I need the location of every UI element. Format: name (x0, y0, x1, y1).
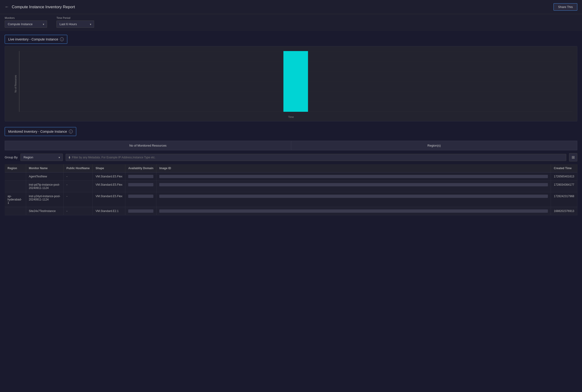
th-created: Created Time (551, 164, 577, 172)
time-period-select[interactable]: Last 6 Hours (56, 20, 94, 28)
monitors-select-wrapper: Compute Instance ▼ (5, 20, 47, 28)
td-hostname: - (63, 192, 93, 207)
chart-x-label: Time (288, 116, 294, 118)
table-section: No of Monitored Resources Region(s) Grou… (5, 141, 577, 215)
td-shape: VM.Standard.E2.1 (93, 207, 125, 215)
td-region: ap-hyderabad-1 (5, 192, 26, 207)
table-row: Site24x7TestInstance-VM.Standard.E2.1168… (5, 207, 577, 215)
table-row: AgentTestNew-VM.Standard.E5.Flex17265654… (5, 172, 577, 181)
th-monitor: Monitor Name (26, 164, 63, 172)
group-by-select-wrapper: Region ▼ (20, 154, 63, 161)
group-by-label: Group By (5, 156, 18, 159)
monitored-inventory-title-text: Monitored Inventory - Compute Instance (8, 130, 67, 134)
td-imageid (156, 207, 551, 215)
td-region (5, 207, 26, 215)
table-header: Region Monitor Name Public HostName Shap… (5, 164, 577, 172)
filter-icon: ⧫ (69, 156, 70, 159)
td-shape: VM.Standard.E5.Flex (93, 181, 125, 192)
td-hostname: - (63, 207, 93, 215)
th-imageid: Image ID (156, 164, 551, 172)
td-monitor: Site24x7TestInstance (26, 207, 63, 215)
filter-wrapper: ⧫ (66, 154, 566, 161)
td-created: 1688202376913 (551, 207, 577, 215)
live-inventory-info-icon[interactable]: i (60, 38, 64, 41)
th-region: Region (5, 164, 26, 172)
svg-rect-15 (283, 51, 308, 112)
td-monitor: inst-y24yd-instance-pool-20240911-1124 (26, 192, 63, 207)
chart-y-label: No of Resources (14, 75, 17, 92)
td-shape: VM.Standard.E5.Flex (93, 192, 125, 207)
table-body: AgentTestNew-VM.Standard.E5.Flex17265654… (5, 172, 577, 215)
monitors-select[interactable]: Compute Instance (5, 20, 47, 28)
monitored-inventory-info-icon[interactable]: i (69, 130, 73, 134)
td-region (5, 172, 26, 181)
td-hostname: - (63, 172, 93, 181)
live-inventory-section-title: Live inventory - Compute Instance i (5, 35, 67, 44)
td-created: 1728242317968 (551, 192, 577, 207)
td-imageid (156, 172, 551, 181)
td-imageid (156, 181, 551, 192)
td-region (5, 181, 26, 192)
time-period-select-wrapper: Last 6 Hours ▼ (56, 20, 94, 28)
chart-inner: 0 1 2 3 4 5 6 6 09-Oct-24 03:06 PM (19, 51, 572, 112)
monitored-inventory-section-title: Monitored Inventory - Compute Instance i (5, 127, 76, 136)
live-inventory-chart: No of Resources Time 0 1 2 3 4 5 (5, 46, 577, 122)
page-header: ← Compute Instance Inventory Report Shar… (0, 0, 582, 14)
th-hostname: Public HostName (63, 164, 93, 172)
grid-toggle-button[interactable]: ⊞ (569, 153, 577, 162)
td-created: 1726565401613 (551, 172, 577, 181)
filter-input[interactable] (72, 154, 563, 161)
time-period-label: Time Period (56, 16, 94, 19)
td-created: 1728034364177 (551, 181, 577, 192)
table-row: ap-hyderabad-1inst-y24yd-instance-pool-2… (5, 192, 577, 207)
share-button[interactable]: Share This (554, 3, 577, 10)
th-avail: Availablity Domain (125, 164, 156, 172)
chart-svg: 0 1 2 3 4 5 6 6 09-Oct-24 03:06 PM (19, 51, 572, 112)
td-monitor: inst-pd7tp-instance-pool-20240911-1124 (26, 181, 63, 192)
td-monitor: AgentTestNew (26, 172, 63, 181)
back-button[interactable]: ← (5, 4, 9, 10)
td-avail (125, 172, 156, 181)
main-content: Live inventory - Compute Instance i No o… (0, 31, 582, 219)
controls-bar: Monitors Compute Instance ▼ Time Period … (0, 14, 582, 31)
monitors-label: Monitors (5, 16, 47, 19)
th-shape: Shape (93, 164, 125, 172)
page-title: Compute Instance Inventory Report (12, 5, 551, 10)
time-period-control: Time Period Last 6 Hours ▼ (56, 16, 94, 28)
td-imageid (156, 192, 551, 207)
live-inventory-title-text: Live inventory - Compute Instance (8, 38, 58, 41)
td-shape: VM.Standard.E5.Flex (93, 172, 125, 181)
monitors-control: Monitors Compute Instance ▼ (5, 16, 47, 28)
summary-regions: Region(s) (291, 141, 577, 150)
td-hostname: - (63, 181, 93, 192)
table-toolbar: Group By Region ▼ ⧫ ⊞ (5, 153, 577, 162)
summary-bar: No of Monitored Resources Region(s) (5, 141, 577, 150)
inventory-table: Region Monitor Name Public HostName Shap… (5, 164, 577, 215)
td-avail (125, 192, 156, 207)
group-by-select[interactable]: Region (20, 154, 63, 161)
td-avail (125, 181, 156, 192)
td-avail (125, 207, 156, 215)
table-row: inst-pd7tp-instance-pool-20240911-1124-V… (5, 181, 577, 192)
summary-monitored-resources: No of Monitored Resources (5, 141, 291, 150)
